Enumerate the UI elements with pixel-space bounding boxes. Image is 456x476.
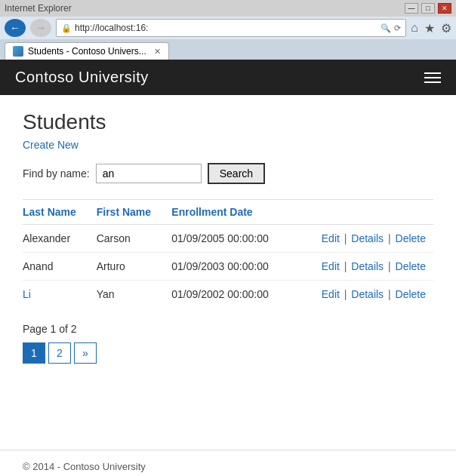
browser-title: Internet Explorer — [5, 3, 72, 14]
cell-actions: Edit | Details | Delete — [298, 225, 433, 253]
menu-toggle[interactable] — [424, 72, 441, 83]
tab-favicon — [13, 46, 23, 57]
app-header: Contoso University — [0, 60, 456, 95]
footer-copyright: © 2014 - Contoso University — [23, 461, 146, 472]
search-input[interactable] — [96, 164, 202, 183]
page-footer: © 2014 - Contoso University — [0, 450, 456, 476]
page-title: Students — [23, 110, 433, 134]
search-bar: Find by name: Search — [23, 163, 433, 184]
search-icon: 🔍 — [381, 23, 391, 33]
details-link[interactable]: Details — [351, 260, 384, 272]
hamburger-line-2 — [424, 77, 441, 78]
cell-last-name: Anand — [23, 253, 97, 281]
tab-bar: Students - Contoso Univers... ✕ — [0, 39, 456, 60]
delete-link[interactable]: Delete — [396, 288, 426, 300]
browser-toolbar-icons: ⌂ ★ ⚙ — [411, 21, 451, 35]
edit-link[interactable]: Edit — [322, 232, 340, 244]
forward-button[interactable]: → — [30, 19, 51, 37]
col-last-name[interactable]: Last Name — [23, 200, 97, 225]
action-separator: | — [341, 288, 350, 300]
table-row: AlexanderCarson01/09/2005 00:00:00Edit |… — [23, 225, 433, 253]
action-separator: | — [385, 232, 393, 244]
maximize-button[interactable]: □ — [421, 3, 435, 14]
action-separator: | — [341, 232, 350, 244]
cell-enrollment-date: 01/09/2005 00:00:00 — [171, 225, 297, 253]
edit-link[interactable]: Edit — [322, 260, 340, 272]
app-title: Contoso University — [15, 69, 149, 86]
pagination: 12» — [23, 342, 433, 364]
browser-window: Internet Explorer — □ ✕ ← → 🔒 http://loc… — [0, 0, 456, 60]
cell-actions: Edit | Details | Delete — [298, 281, 433, 309]
search-label: Find by name: — [23, 167, 90, 180]
col-actions — [298, 200, 433, 225]
action-separator: | — [385, 288, 393, 300]
hamburger-line-3 — [424, 81, 441, 83]
minimize-button[interactable]: — — [405, 3, 418, 14]
favorites-icon[interactable]: ★ — [424, 21, 435, 35]
refresh-icon[interactable]: ⟳ — [394, 23, 401, 33]
hamburger-line-1 — [424, 72, 441, 74]
cell-first-name: Arturo — [97, 253, 172, 281]
cell-actions: Edit | Details | Delete — [298, 253, 433, 281]
students-table: Last Name First Name Enrollment Date Ale… — [23, 199, 433, 308]
details-link[interactable]: Details — [351, 232, 384, 244]
settings-icon[interactable]: ⚙ — [441, 21, 451, 35]
table-header-row: Last Name First Name Enrollment Date — [23, 200, 433, 225]
tab-label: Students - Contoso Univers... — [28, 46, 146, 57]
action-separator: | — [385, 260, 393, 272]
col-first-name: First Name — [97, 200, 172, 225]
pagination-next[interactable]: » — [74, 342, 97, 364]
cell-last-name: Alexander — [23, 225, 97, 253]
last-name-link[interactable]: Li — [23, 288, 31, 300]
browser-tab[interactable]: Students - Contoso Univers... ✕ — [5, 42, 169, 60]
nav-bar: ← → 🔒 http://localhost:16: 🔍 ⟳ ⌂ ★ ⚙ — [0, 17, 456, 39]
table-row: LiYan01/09/2002 00:00:00Edit | Details |… — [23, 281, 433, 309]
pagination-page-2[interactable]: 2 — [48, 342, 71, 364]
cell-enrollment-date: 01/09/2003 00:00:00 — [171, 253, 297, 281]
address-bar[interactable]: 🔒 http://localhost:16: 🔍 ⟳ — [56, 19, 406, 37]
address-url: http://localhost:16: — [75, 23, 377, 33]
delete-link[interactable]: Delete — [396, 260, 426, 272]
tab-close-button[interactable]: ✕ — [154, 47, 161, 57]
title-bar: Internet Explorer — □ ✕ — [0, 0, 456, 17]
pagination-info: Page 1 of 2 — [23, 323, 433, 335]
create-new-link[interactable]: Create New — [23, 139, 79, 151]
cell-last-name[interactable]: Li — [23, 281, 97, 309]
cell-first-name: Carson — [97, 225, 172, 253]
search-button[interactable]: Search — [208, 163, 265, 184]
table-row: AnandArturo01/09/2003 00:00:00Edit | Det… — [23, 253, 433, 281]
edit-link[interactable]: Edit — [322, 288, 340, 300]
delete-link[interactable]: Delete — [396, 232, 426, 244]
pagination-page-1[interactable]: 1 — [23, 342, 45, 364]
close-button[interactable]: ✕ — [438, 3, 451, 14]
col-enrollment-date[interactable]: Enrollment Date — [171, 200, 297, 225]
cell-first-name: Yan — [97, 281, 172, 309]
back-button[interactable]: ← — [5, 19, 26, 37]
lock-icon: 🔒 — [61, 23, 72, 33]
action-separator: | — [341, 260, 350, 272]
details-link[interactable]: Details — [351, 288, 384, 300]
window-controls: — □ ✕ — [405, 3, 451, 14]
cell-enrollment-date: 01/09/2002 00:00:00 — [171, 281, 297, 309]
home-icon[interactable]: ⌂ — [411, 21, 418, 35]
page-content: Students Create New Find by name: Search… — [0, 95, 456, 450]
